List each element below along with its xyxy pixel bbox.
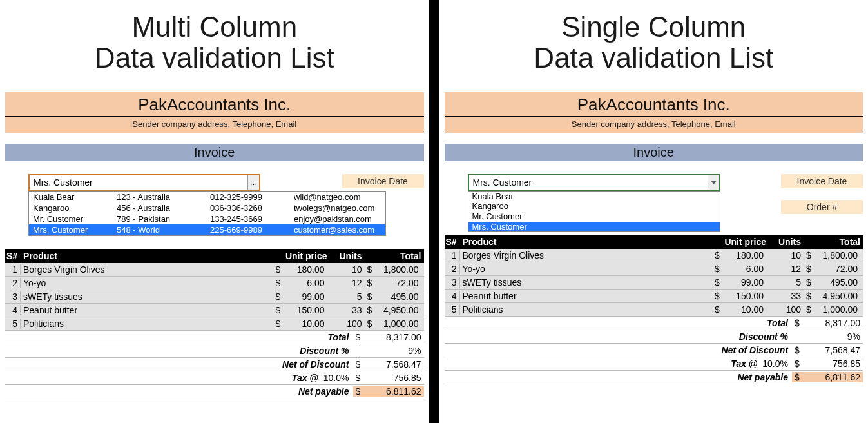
table-row[interactable]: 5Politicians$10.00100$1,000.00 [5, 317, 424, 331]
table-row[interactable]: 4Peanut butter$150.0033$4,950.00 [445, 290, 863, 303]
panel-divider [429, 0, 439, 423]
dropdown-item[interactable]: Kangaroo [468, 201, 720, 212]
table-row[interactable]: 3sWETy tissues$99.005$495.00 [445, 276, 863, 290]
combo-value[interactable]: Mrs. Customer [30, 177, 247, 188]
table-header: S# Product Unit price Units Total [445, 235, 863, 249]
company-name: PakAccountants Inc. [5, 92, 424, 117]
dropdown-item-selected[interactable]: Mrs. Customer 548 - World 225-669-9989 c… [29, 224, 385, 235]
company-sub: Sender company address, Telephone, Email [445, 117, 863, 133]
table-row[interactable]: 1Borges Virgin Olives$180.0010$1,800.00 [445, 249, 863, 262]
table-row[interactable]: 1Borges Virgin Olives$180.0010$1,800.00 [5, 263, 424, 277]
left-title-line2: Data validation List [95, 42, 334, 74]
table-header: S# Product Unit price Units Total [5, 249, 424, 263]
invoice-heading: Invoice [5, 144, 424, 161]
dropdown-item[interactable]: Kangaroo 456 - Australia 036-336-3268 tw… [29, 202, 385, 213]
dropdown-list-multi[interactable]: Kuala Bear 123 - Australia 012-325-9999 … [28, 191, 386, 236]
customer-combo-multi[interactable]: Mrs. Customer … Kuala Bear 123 - Austral… [28, 174, 260, 191]
order-number-label: Order # [781, 200, 863, 214]
table-row[interactable]: 2Yo-yo$6.0012$72.00 [5, 277, 424, 290]
dropdown-item[interactable]: Mr. Customer 789 - Pakistan 133-245-3669… [29, 213, 385, 224]
combo-value[interactable]: Mrs. Customer [469, 177, 708, 188]
invoice-date-label: Invoice Date [781, 174, 863, 188]
summary-right: Total$8,317.00 Discount %9% Net of Disco… [445, 317, 863, 384]
dropdown-item[interactable]: Kuala Bear 123 - Australia 012-325-9999 … [29, 192, 385, 202]
dropdown-item[interactable]: Kuala Bear [468, 192, 720, 202]
right-title: Single Column Data validation List [445, 12, 863, 74]
table-row[interactable]: 5Politicians$10.00100$1,000.00 [445, 303, 863, 317]
invoice-heading: Invoice [445, 144, 863, 161]
combo-dropdown-button[interactable]: … [247, 175, 259, 190]
company-sub: Sender company address, Telephone, Email [5, 117, 424, 133]
ellipsis-icon: … [250, 179, 258, 186]
table-row[interactable]: 3sWETy tissues$99.005$495.00 [5, 290, 424, 304]
invoice-table-right: S# Product Unit price Units Total 1Borge… [445, 235, 863, 384]
dropdown-item[interactable]: Mr. Customer [468, 212, 720, 222]
left-panel: Multi Column Data validation List PakAcc… [0, 0, 429, 423]
table-row[interactable]: 2Yo-yo$6.0012$72.00 [445, 262, 863, 276]
company-band-left: PakAccountants Inc. Sender company addre… [5, 92, 424, 133]
invoice-date-label: Invoice Date [342, 174, 424, 188]
right-panel: Single Column Data validation List PakAc… [439, 0, 869, 423]
summary-left: Total$8,317.00 Discount %9% Net of Disco… [5, 331, 424, 398]
right-title-line1: Single Column [561, 11, 746, 43]
invoice-table-left: S# Product Unit price Units Total 1Borge… [5, 249, 424, 398]
table-row[interactable]: 4Peanut butter$150.0033$4,950.00 [5, 304, 424, 317]
dropdown-list-single[interactable]: Kuala Bear Kangaroo Mr. Customer Mrs. Cu… [468, 191, 720, 232]
left-title-line1: Multi Column [131, 11, 297, 43]
left-title: Multi Column Data validation List [5, 12, 424, 74]
company-band-right: PakAccountants Inc. Sender company addre… [445, 92, 863, 133]
combo-dropdown-button[interactable] [708, 175, 719, 190]
company-name: PakAccountants Inc. [445, 92, 863, 117]
right-title-line2: Data validation List [534, 42, 773, 74]
chevron-down-icon [711, 181, 717, 184]
dropdown-item-selected[interactable]: Mrs. Customer [468, 222, 720, 232]
customer-combo-single[interactable]: Mrs. Customer Kuala Bear Kangaroo Mr. Cu… [468, 174, 720, 191]
